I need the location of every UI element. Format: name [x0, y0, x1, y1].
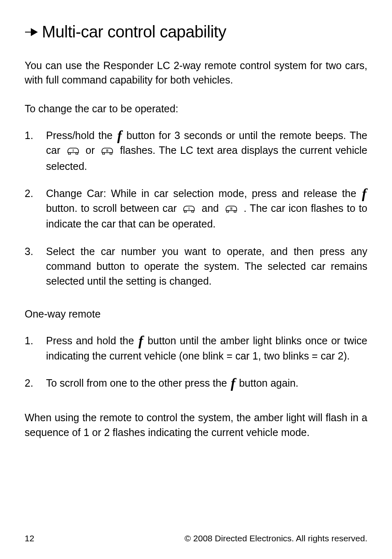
copyright-text: © 2008 Directed Electronics. All rights …	[184, 533, 367, 543]
page-footer: 12 © 2008 Directed Electronics. All righ…	[25, 533, 367, 543]
step-number: 3.	[25, 244, 46, 289]
list-item: 2. To scroll from one to the other press…	[25, 376, 367, 390]
list-item: 1. Press/hold the f button for 3 seconds…	[25, 128, 367, 174]
subheading-one-way: One-way remote	[25, 308, 367, 320]
list-item: 3. Select the car number you want to ope…	[25, 244, 367, 289]
list-item: 2. Change Car: While in car selection mo…	[25, 186, 367, 232]
car-one-icon: I	[181, 202, 197, 216]
intro-paragraph: You can use the Responder LC 2-way remot…	[25, 58, 367, 87]
car-two-icon: II	[224, 202, 239, 216]
step-body: Change Car: While in car selection mode,…	[46, 186, 367, 232]
step-body: Press and hold the f button until the am…	[46, 333, 367, 363]
step-number: 2.	[25, 376, 46, 390]
svg-text:I: I	[72, 148, 74, 153]
change-car-steps: 1. Press/hold the f button for 3 seconds…	[25, 128, 367, 288]
svg-text:II: II	[230, 206, 232, 211]
subheading-change-car: To change the car to be operated:	[25, 103, 367, 115]
closing-paragraph: When using the remote to control the sys…	[25, 410, 367, 440]
step-body: To scroll from one to the other press th…	[46, 376, 367, 390]
svg-text:II: II	[106, 148, 108, 153]
step-number: 1.	[25, 128, 46, 174]
car-two-icon: II	[99, 144, 115, 158]
step-body: Press/hold the f button for 3 seconds or…	[46, 128, 367, 174]
svg-text:I: I	[189, 206, 190, 211]
title-text: Multi-car control capability	[42, 23, 226, 41]
page-title: Multi-car control capability	[25, 23, 367, 41]
car-one-icon: I	[65, 144, 81, 158]
step-body: Select the car number you want to operat…	[46, 244, 367, 289]
list-item: 1. Press and hold the f button until the…	[25, 333, 367, 363]
step-number: 1.	[25, 333, 46, 363]
one-way-steps: 1. Press and hold the f button until the…	[25, 333, 367, 390]
step-number: 2.	[25, 186, 46, 232]
page-number: 12	[25, 533, 34, 543]
arrow-right-icon	[25, 28, 38, 37]
